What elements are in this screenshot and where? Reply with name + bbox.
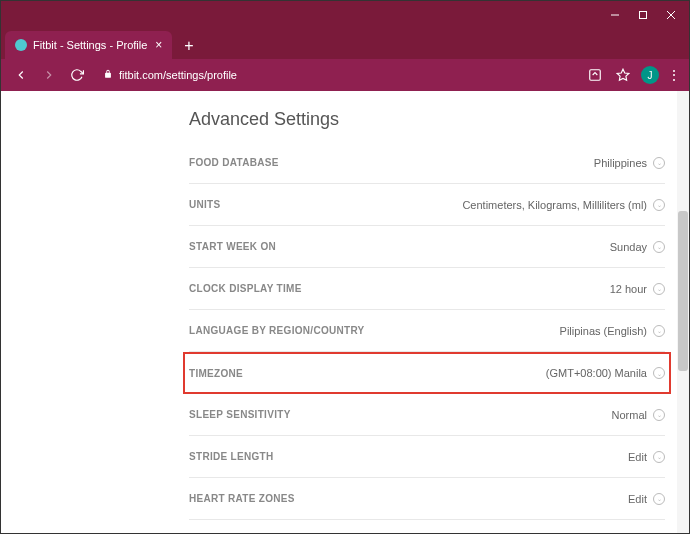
window-close-button[interactable] — [657, 4, 685, 26]
url-text: fitbit.com/settings/profile — [119, 69, 237, 81]
actions-row: Delete Account Submit — [189, 520, 665, 534]
chevron-down-icon: ⌄ — [653, 199, 665, 211]
row-food-database[interactable]: FOOD DATABASE Philippines⌄ — [189, 142, 665, 184]
reload-button[interactable] — [65, 63, 89, 87]
row-value: Centimeters, Kilograms, Milliliters (ml)… — [462, 199, 665, 211]
tab-title: Fitbit - Settings - Profile — [33, 39, 147, 51]
profile-avatar[interactable]: J — [641, 66, 659, 84]
svg-marker-5 — [617, 69, 629, 80]
row-value: Sunday⌄ — [610, 241, 665, 253]
row-language[interactable]: LANGUAGE BY REGION/COUNTRY Pilipinas (En… — [189, 310, 665, 352]
forward-button[interactable] — [37, 63, 61, 87]
row-value: Philippines⌄ — [594, 157, 665, 169]
lock-icon — [103, 69, 113, 81]
settings-content: Advanced Settings FOOD DATABASE Philippi… — [189, 91, 665, 534]
row-value: Normal⌄ — [612, 409, 665, 421]
chevron-down-icon: ⌄ — [653, 325, 665, 337]
row-label: UNITS — [189, 199, 221, 210]
url-field[interactable]: fitbit.com/settings/profile — [103, 64, 571, 86]
browser-address-bar: fitbit.com/settings/profile J ⋮ — [1, 59, 689, 91]
row-value: Edit⌄ — [628, 451, 665, 463]
row-clock-display[interactable]: CLOCK DISPLAY TIME 12 hour⌄ — [189, 268, 665, 310]
chevron-down-icon: ⌄ — [653, 409, 665, 421]
row-label: LANGUAGE BY REGION/COUNTRY — [189, 325, 365, 336]
row-value: Edit⌄ — [628, 493, 665, 505]
row-timezone[interactable]: TIMEZONE (GMT+08:00) Manila⌄ — [183, 352, 671, 394]
page-viewport: Advanced Settings FOOD DATABASE Philippi… — [1, 91, 689, 534]
browser-tab-bar: Fitbit - Settings - Profile × + — [1, 29, 689, 59]
row-value: Pilipinas (English)⌄ — [560, 325, 665, 337]
browser-tab[interactable]: Fitbit - Settings - Profile × — [5, 31, 172, 59]
row-sleep-sensitivity[interactable]: SLEEP SENSITIVITY Normal⌄ — [189, 394, 665, 436]
row-label: STRIDE LENGTH — [189, 451, 273, 462]
window-minimize-button[interactable] — [601, 4, 629, 26]
row-label: START WEEK ON — [189, 241, 276, 252]
chevron-down-icon: ⌄ — [653, 451, 665, 463]
chevron-down-icon: ⌄ — [653, 157, 665, 169]
chevron-down-icon: ⌄ — [653, 493, 665, 505]
back-button[interactable] — [9, 63, 33, 87]
row-label: CLOCK DISPLAY TIME — [189, 283, 302, 294]
row-value: (GMT+08:00) Manila⌄ — [546, 367, 665, 379]
bookmark-icon[interactable] — [613, 65, 633, 85]
chevron-down-icon: ⌄ — [653, 283, 665, 295]
chevron-down-icon: ⌄ — [653, 367, 665, 379]
close-icon[interactable]: × — [155, 38, 162, 52]
row-heart-rate-zones[interactable]: HEART RATE ZONES Edit⌄ — [189, 478, 665, 520]
row-stride-length[interactable]: STRIDE LENGTH Edit⌄ — [189, 436, 665, 478]
svg-rect-4 — [590, 70, 601, 81]
row-units[interactable]: UNITS Centimeters, Kilograms, Milliliter… — [189, 184, 665, 226]
row-value: 12 hour⌄ — [610, 283, 665, 295]
section-title: Advanced Settings — [189, 91, 665, 142]
scrollbar[interactable] — [677, 91, 689, 534]
row-label: FOOD DATABASE — [189, 157, 279, 168]
window-maximize-button[interactable] — [629, 4, 657, 26]
browser-menu-button[interactable]: ⋮ — [667, 67, 681, 83]
window-titlebar — [1, 1, 689, 29]
chevron-down-icon: ⌄ — [653, 241, 665, 253]
row-label: SLEEP SENSITIVITY — [189, 409, 291, 420]
share-icon[interactable] — [585, 65, 605, 85]
new-tab-button[interactable]: + — [184, 37, 193, 59]
row-start-week[interactable]: START WEEK ON Sunday⌄ — [189, 226, 665, 268]
row-label: HEART RATE ZONES — [189, 493, 295, 504]
scrollbar-thumb[interactable] — [678, 211, 688, 371]
address-bar-actions: J ⋮ — [585, 65, 681, 85]
row-label: TIMEZONE — [189, 368, 243, 379]
svg-rect-1 — [640, 12, 647, 19]
tab-favicon — [15, 39, 27, 51]
